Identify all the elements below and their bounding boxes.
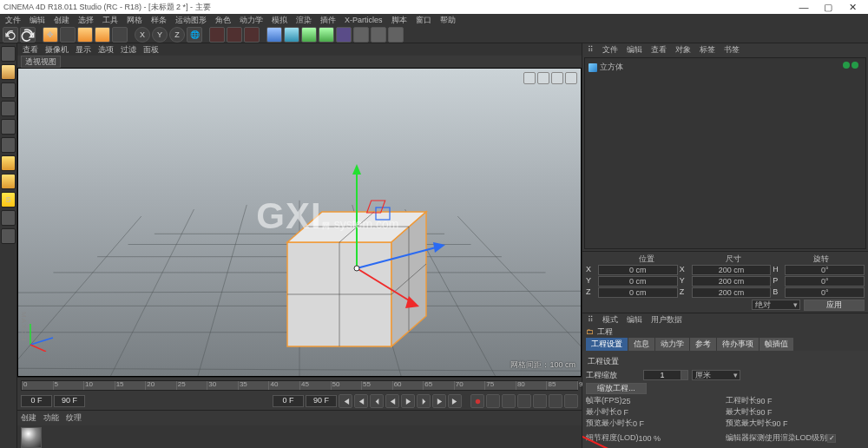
menu-create[interactable]: 创建 (54, 15, 69, 26)
coord-mode-dropdown[interactable]: 绝对 (752, 300, 800, 310)
key-scale-button[interactable] (533, 394, 547, 408)
viewport-3d[interactable]: GXI网system.com 网格间距：100 cm MAXON (17, 68, 582, 377)
field-mintime[interactable]: 0 F (617, 408, 628, 417)
poly-mode-button[interactable] (1, 155, 16, 171)
object-item-cube[interactable]: 立方体 (589, 62, 623, 73)
spline-pen-button[interactable] (284, 27, 299, 43)
render-settings-button[interactable] (244, 27, 260, 43)
om-menu-view[interactable]: 查看 (651, 44, 667, 56)
menu-select[interactable]: 选择 (78, 15, 94, 26)
goto-start-button[interactable] (339, 394, 352, 408)
key-param-button[interactable] (564, 394, 578, 408)
autokey-button[interactable] (486, 394, 500, 408)
prev-frame-button[interactable] (370, 394, 384, 408)
frame-range-field[interactable]: 90 F (306, 395, 337, 407)
menu-xparticles[interactable]: X-Particles (345, 16, 383, 24)
vp-menu-view[interactable]: 查看 (23, 44, 38, 56)
coord-apply-button[interactable]: 应用 (804, 300, 865, 311)
menu-character[interactable]: 角色 (215, 15, 231, 26)
am-menu-mode[interactable]: 模式 (602, 314, 618, 326)
frame-start-field[interactable]: 0 F (21, 395, 52, 407)
am-menu-userdata[interactable]: 用户数据 (651, 314, 682, 326)
vp-menu-panel[interactable]: 面板 (143, 44, 159, 56)
menu-mesh[interactable]: 网格 (127, 15, 142, 26)
unit-dropdown[interactable]: 厘米 (692, 370, 740, 380)
menu-spline[interactable]: 样条 (151, 15, 167, 26)
next-frame-button[interactable] (417, 394, 431, 408)
tab-project-settings[interactable]: 工程设置 (586, 338, 628, 351)
move-tool[interactable] (60, 27, 76, 43)
rotate-tool[interactable] (95, 27, 110, 43)
redo-button[interactable] (20, 27, 36, 43)
make-editable-button[interactable] (1, 46, 16, 62)
select-tool[interactable]: ✥ (43, 27, 58, 43)
render-view-button[interactable] (209, 27, 225, 43)
tab-todo[interactable]: 待办事项 (717, 338, 759, 351)
key-pos-button[interactable] (517, 394, 531, 408)
last-tool[interactable] (112, 27, 128, 43)
minimize-button[interactable]: — (792, 2, 816, 12)
tab-info[interactable]: 信息 (628, 338, 654, 351)
menu-dynamics[interactable]: 动力学 (240, 15, 263, 26)
frame-cur-field[interactable]: 0 F (273, 395, 304, 407)
move-gizmo[interactable] (348, 164, 470, 338)
om-menu-file[interactable]: 文件 (602, 44, 618, 56)
scale-spinner[interactable] (681, 370, 688, 380)
tab-reference[interactable]: 参考 (690, 338, 716, 351)
enable-axis-button[interactable] (1, 174, 16, 189)
visibility-editor-dot[interactable] (843, 62, 850, 69)
menu-render[interactable]: 渲染 (296, 15, 312, 26)
am-menu-edit[interactable]: 编辑 (627, 314, 642, 326)
menu-file[interactable]: 文件 (5, 15, 21, 26)
generator-button[interactable] (301, 27, 317, 43)
frame-end-field[interactable]: 90 F (54, 395, 85, 407)
vp-zoom-icon[interactable] (537, 72, 549, 84)
workplane-snap-button[interactable] (1, 228, 16, 244)
primitive-cube-button[interactable] (266, 27, 282, 43)
tab-interpolation[interactable]: 帧插值 (760, 338, 793, 351)
subdivision-button[interactable] (319, 27, 334, 43)
axis-y-toggle[interactable]: Y (152, 27, 168, 43)
menu-mograph[interactable]: 运动图形 (175, 15, 207, 26)
model-mode-button[interactable] (1, 64, 16, 80)
field-fps[interactable]: 25 (622, 397, 631, 405)
field-duration[interactable]: 90 F (757, 397, 773, 405)
timeline[interactable]: 051015202530354045505560657075808590 (17, 377, 582, 392)
menu-window[interactable]: 窗口 (416, 15, 431, 26)
prev-key-button[interactable] (354, 394, 368, 408)
status-function[interactable]: 功能 (43, 412, 59, 424)
light-button[interactable] (388, 27, 404, 43)
menu-edit[interactable]: 编辑 (30, 15, 45, 26)
environment-button[interactable] (353, 27, 369, 43)
render-pv-button[interactable] (227, 27, 242, 43)
vp-menu-camera[interactable]: 摄像机 (45, 44, 69, 56)
menu-script[interactable]: 脚本 (391, 15, 407, 26)
om-menu-bookmarks[interactable]: 书签 (724, 44, 740, 56)
scale-tool[interactable] (77, 27, 93, 43)
field-scale[interactable]: 1 (643, 370, 681, 380)
goto-end-button[interactable] (448, 394, 462, 408)
camera-button[interactable] (371, 27, 386, 43)
visibility-render-dot[interactable] (852, 62, 858, 69)
field-pmin[interactable]: 0 F (633, 419, 644, 428)
record-button[interactable] (470, 394, 484, 408)
axis-z-toggle[interactable]: Z (169, 27, 185, 43)
om-menu-tags[interactable]: 标签 (700, 44, 715, 56)
menu-help[interactable]: 帮助 (440, 15, 456, 26)
texture-mode-button[interactable] (1, 82, 16, 98)
om-menu-edit[interactable]: 编辑 (627, 44, 642, 56)
point-mode-button[interactable] (1, 119, 16, 135)
vp-menu-options[interactable]: 选项 (98, 44, 114, 56)
vp-pan-icon[interactable] (523, 72, 536, 84)
field-lod[interactable]: 100 % (639, 434, 661, 443)
scale-project-button[interactable]: 缩放工程... (586, 383, 647, 394)
status-create[interactable]: 创建 (21, 412, 36, 424)
close-button[interactable]: ✕ (840, 2, 865, 13)
undo-button[interactable] (3, 27, 18, 43)
chk-renderlod[interactable] (827, 434, 836, 443)
key-rot-button[interactable] (549, 394, 562, 408)
vp-menu-display[interactable]: 显示 (76, 44, 91, 56)
workplane-button[interactable] (1, 101, 16, 116)
vp-maximize-icon[interactable] (565, 72, 577, 84)
field-pmax[interactable]: 90 F (773, 419, 788, 428)
